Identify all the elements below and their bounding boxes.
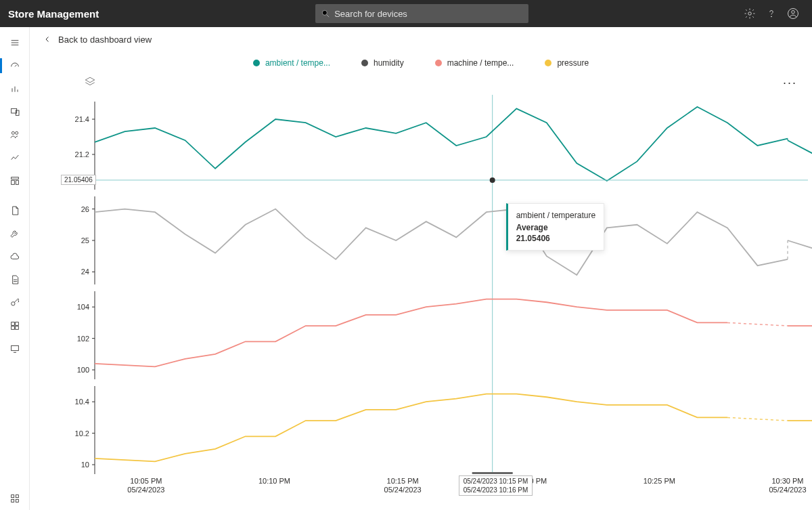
breadcrumb-label: Back to dashboard view — [58, 35, 152, 45]
help-button[interactable] — [761, 3, 782, 24]
svg-rect-26 — [15, 326, 18, 330]
legend-humidity[interactable]: humidity — [361, 58, 404, 68]
svg-line-9 — [15, 65, 17, 67]
chevron-left-icon — [43, 35, 51, 43]
legend-pressure[interactable]: pressure — [545, 58, 589, 68]
key-icon — [9, 297, 20, 308]
svg-rect-24 — [15, 322, 18, 326]
legend-dot — [435, 60, 442, 66]
svg-text:10:30 PM: 10:30 PM — [771, 477, 803, 485]
svg-rect-17 — [11, 177, 18, 179]
legend-label: pressure — [557, 58, 589, 68]
chart-legend: ambient / tempe... humidity machine / te… — [30, 51, 812, 75]
gear-icon — [744, 7, 756, 20]
app-title: Store Management — [8, 8, 99, 20]
sidebar-item-device-groups[interactable] — [0, 123, 30, 146]
svg-text:10:10 PM: 10:10 PM — [258, 477, 290, 485]
legend-label: ambient / tempe... — [265, 58, 330, 68]
svg-point-15 — [12, 131, 14, 134]
svg-point-22 — [11, 302, 14, 305]
account-button[interactable] — [782, 3, 804, 24]
sidebar-item-dashboard[interactable] — [0, 54, 30, 77]
cursor-x-line2: 05/24/2023 10:16 PM — [464, 486, 528, 494]
legend-ambient-temperature[interactable]: ambient / tempe... — [253, 58, 330, 68]
svg-text:26: 26 — [81, 205, 89, 213]
grid-icon — [9, 320, 20, 331]
sidebar-item-rules[interactable] — [0, 146, 30, 169]
line-chart-icon — [9, 152, 20, 163]
svg-point-66 — [490, 177, 495, 183]
svg-rect-29 — [11, 495, 14, 498]
svg-rect-32 — [16, 499, 18, 502]
file-export-icon — [9, 205, 20, 216]
svg-rect-27 — [11, 345, 18, 350]
legend-machine-temperature[interactable]: machine / tempe... — [435, 58, 514, 68]
svg-point-3 — [771, 16, 772, 17]
cursor-y-badge: 21.05406 — [61, 175, 96, 185]
svg-text:10:25 PM: 10:25 PM — [644, 477, 675, 485]
cursor-x-line1: 05/24/2023 10:15 PM — [464, 477, 528, 486]
svg-text:21.4: 21.4 — [75, 115, 89, 123]
chart-tooltip: ambient / temperature Average 21.05406 — [506, 203, 604, 251]
sidebar-item-grid[interactable] — [0, 314, 30, 337]
sidebar-item-analytics[interactable] — [0, 77, 30, 100]
sidebar-item-jobs[interactable] — [0, 222, 30, 245]
devices-icon — [9, 106, 20, 117]
template-icon — [9, 175, 20, 186]
settings-button[interactable] — [739, 3, 761, 24]
legend-dot — [361, 60, 368, 66]
svg-rect-31 — [11, 499, 14, 502]
svg-text:100: 100 — [77, 366, 89, 374]
svg-text:10.2: 10.2 — [75, 429, 89, 438]
sidebar-item-monitor[interactable] — [0, 337, 30, 360]
sidebar-item-files[interactable] — [0, 268, 30, 291]
legend-dot — [253, 60, 260, 66]
svg-point-2 — [748, 12, 752, 16]
svg-text:102: 102 — [77, 335, 89, 343]
sidebar-item-cloud[interactable] — [0, 245, 30, 268]
sidebar-item-keys[interactable] — [0, 291, 30, 314]
legend-label: machine / tempe... — [447, 58, 514, 68]
svg-text:25: 25 — [81, 236, 89, 245]
svg-rect-30 — [16, 495, 18, 498]
svg-text:104: 104 — [77, 303, 89, 311]
sidebar-item-export[interactable] — [0, 199, 30, 222]
svg-text:10.4: 10.4 — [75, 398, 89, 406]
svg-line-1 — [327, 15, 330, 18]
svg-text:10:05 PM: 10:05 PM — [130, 477, 162, 485]
hamburger-icon — [9, 37, 20, 48]
svg-text:10: 10 — [81, 461, 89, 469]
svg-point-5 — [792, 11, 795, 14]
sidebar-menu-toggle[interactable] — [0, 31, 30, 54]
svg-rect-23 — [11, 322, 14, 326]
tooltip-value: 21.05406 — [516, 234, 595, 243]
svg-point-16 — [15, 131, 18, 134]
apps-icon — [9, 493, 20, 504]
svg-rect-25 — [11, 326, 14, 330]
legend-label: humidity — [374, 58, 404, 68]
cloud-icon — [9, 251, 20, 262]
question-icon — [765, 7, 777, 20]
search-input[interactable]: Search for devices — [315, 4, 528, 23]
search-icon — [321, 9, 330, 18]
search-placeholder: Search for devices — [334, 9, 407, 19]
sidebar-item-templates[interactable] — [0, 169, 30, 192]
sidebar-item-devices[interactable] — [0, 100, 30, 123]
tooltip-series: ambient / temperature — [516, 211, 595, 220]
svg-rect-18 — [11, 180, 14, 184]
file-icon — [9, 274, 20, 285]
cursor-x-badge: 05/24/2023 10:15 PM 05/24/2023 10:16 PM — [459, 475, 533, 496]
sidebar — [0, 27, 30, 510]
svg-text:05/24/2023: 05/24/2023 — [127, 486, 164, 494]
tooltip-aggregation: Average — [516, 223, 595, 232]
group-icon — [9, 129, 20, 140]
back-to-dashboard[interactable]: Back to dashboard view — [30, 27, 812, 51]
sidebar-item-apps[interactable] — [0, 487, 30, 510]
wrench-icon — [9, 228, 20, 239]
gauge-icon — [9, 60, 20, 71]
svg-text:24: 24 — [81, 268, 89, 276]
telemetry-chart[interactable]: 21.221.42425261001021041010.210.410:05 P… — [30, 75, 812, 494]
svg-rect-77 — [472, 472, 513, 474]
svg-text:05/24/2023: 05/24/2023 — [384, 486, 422, 494]
svg-point-0 — [323, 10, 328, 15]
